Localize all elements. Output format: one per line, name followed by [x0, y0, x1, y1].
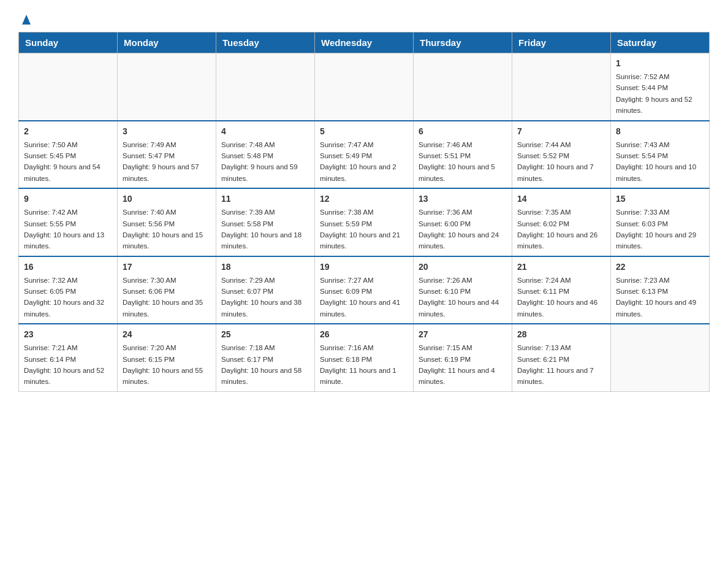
calendar-cell: 27Sunrise: 7:15 AMSunset: 6:19 PMDayligh…	[414, 324, 512, 391]
day-number: 16	[24, 261, 112, 274]
day-number: 17	[123, 261, 211, 274]
calendar-cell: 26Sunrise: 7:16 AMSunset: 6:18 PMDayligh…	[315, 324, 414, 391]
day-number: 1	[616, 57, 704, 70]
calendar-cell: 10Sunrise: 7:40 AMSunset: 5:56 PMDayligh…	[118, 188, 216, 256]
day-info: Sunrise: 7:50 AMSunset: 5:45 PMDaylight:…	[24, 139, 112, 185]
day-number: 3	[123, 125, 211, 138]
day-number: 22	[616, 261, 704, 274]
day-number: 19	[320, 261, 408, 274]
calendar-week-row: 2Sunrise: 7:50 AMSunset: 5:45 PMDaylight…	[19, 121, 710, 189]
day-number: 26	[320, 328, 408, 341]
day-number: 12	[320, 193, 408, 205]
day-number: 24	[123, 328, 211, 341]
day-info: Sunrise: 7:29 AMSunset: 6:07 PMDaylight:…	[221, 275, 309, 320]
day-info: Sunrise: 7:39 AMSunset: 5:58 PMDaylight:…	[221, 207, 309, 252]
day-number: 10	[123, 193, 211, 205]
day-info: Sunrise: 7:23 AMSunset: 6:13 PMDaylight:…	[616, 275, 704, 320]
calendar-table: Sunday Monday Tuesday Wednesday Thursday…	[18, 32, 710, 392]
logo	[18, 12, 33, 26]
header-tuesday: Tuesday	[216, 33, 315, 53]
day-info: Sunrise: 7:18 AMSunset: 6:17 PMDaylight:…	[221, 342, 309, 388]
day-info: Sunrise: 7:38 AMSunset: 5:59 PMDaylight:…	[320, 207, 408, 252]
day-number: 4	[221, 125, 309, 138]
calendar-cell: 6Sunrise: 7:46 AMSunset: 5:51 PMDaylight…	[414, 121, 512, 189]
day-number: 8	[616, 125, 704, 138]
calendar-cell	[414, 53, 512, 121]
calendar-cell: 12Sunrise: 7:38 AMSunset: 5:59 PMDayligh…	[315, 188, 414, 256]
day-info: Sunrise: 7:52 AMSunset: 5:44 PMDaylight:…	[616, 71, 704, 117]
header-thursday: Thursday	[414, 33, 512, 53]
day-number: 7	[517, 125, 605, 138]
logo-triangle-icon	[20, 12, 33, 26]
calendar-cell: 8Sunrise: 7:43 AMSunset: 5:54 PMDaylight…	[611, 121, 710, 189]
calendar-cell	[315, 53, 414, 121]
day-info: Sunrise: 7:44 AMSunset: 5:52 PMDaylight:…	[517, 139, 605, 185]
day-number: 25	[221, 328, 309, 341]
day-info: Sunrise: 7:35 AMSunset: 6:02 PMDaylight:…	[517, 207, 605, 252]
day-info: Sunrise: 7:30 AMSunset: 6:06 PMDaylight:…	[123, 275, 211, 320]
day-number: 5	[320, 125, 408, 138]
day-info: Sunrise: 7:20 AMSunset: 6:15 PMDaylight:…	[123, 342, 211, 388]
day-info: Sunrise: 7:43 AMSunset: 5:54 PMDaylight:…	[616, 139, 704, 185]
calendar-cell: 14Sunrise: 7:35 AMSunset: 6:02 PMDayligh…	[512, 188, 611, 256]
day-number: 9	[24, 193, 112, 205]
day-info: Sunrise: 7:47 AMSunset: 5:49 PMDaylight:…	[320, 139, 408, 185]
header-wednesday: Wednesday	[315, 33, 414, 53]
calendar-cell: 16Sunrise: 7:32 AMSunset: 6:05 PMDayligh…	[19, 256, 118, 324]
day-info: Sunrise: 7:40 AMSunset: 5:56 PMDaylight:…	[123, 207, 211, 252]
day-info: Sunrise: 7:49 AMSunset: 5:47 PMDaylight:…	[123, 139, 211, 185]
day-number: 14	[517, 193, 605, 205]
page-header	[18, 12, 710, 26]
day-number: 20	[419, 261, 507, 274]
day-number: 21	[517, 261, 605, 274]
day-number: 27	[419, 328, 507, 341]
calendar-cell: 24Sunrise: 7:20 AMSunset: 6:15 PMDayligh…	[118, 324, 216, 391]
day-info: Sunrise: 7:13 AMSunset: 6:21 PMDaylight:…	[517, 342, 605, 388]
calendar-cell: 1Sunrise: 7:52 AMSunset: 5:44 PMDaylight…	[611, 53, 710, 121]
day-info: Sunrise: 7:27 AMSunset: 6:09 PMDaylight:…	[320, 275, 408, 320]
calendar-cell: 17Sunrise: 7:30 AMSunset: 6:06 PMDayligh…	[118, 256, 216, 324]
calendar-cell: 2Sunrise: 7:50 AMSunset: 5:45 PMDaylight…	[19, 121, 118, 189]
day-number: 23	[24, 328, 112, 341]
day-info: Sunrise: 7:21 AMSunset: 6:14 PMDaylight:…	[24, 342, 112, 388]
svg-marker-0	[22, 15, 31, 25]
day-info: Sunrise: 7:32 AMSunset: 6:05 PMDaylight:…	[24, 275, 112, 320]
day-number: 13	[419, 193, 507, 205]
header-friday: Friday	[512, 33, 611, 53]
day-number: 18	[221, 261, 309, 274]
calendar-cell	[19, 53, 118, 121]
calendar-cell: 11Sunrise: 7:39 AMSunset: 5:58 PMDayligh…	[216, 188, 315, 256]
day-info: Sunrise: 7:42 AMSunset: 5:55 PMDaylight:…	[24, 207, 112, 252]
day-info: Sunrise: 7:15 AMSunset: 6:19 PMDaylight:…	[419, 342, 507, 388]
calendar-cell: 21Sunrise: 7:24 AMSunset: 6:11 PMDayligh…	[512, 256, 611, 324]
day-info: Sunrise: 7:46 AMSunset: 5:51 PMDaylight:…	[419, 139, 507, 185]
day-number: 28	[517, 328, 605, 341]
day-number: 6	[419, 125, 507, 138]
calendar-cell: 19Sunrise: 7:27 AMSunset: 6:09 PMDayligh…	[315, 256, 414, 324]
day-number: 15	[616, 193, 704, 205]
calendar-cell: 15Sunrise: 7:33 AMSunset: 6:03 PMDayligh…	[611, 188, 710, 256]
day-info: Sunrise: 7:26 AMSunset: 6:10 PMDaylight:…	[419, 275, 507, 320]
calendar-cell: 3Sunrise: 7:49 AMSunset: 5:47 PMDaylight…	[118, 121, 216, 189]
header-saturday: Saturday	[611, 33, 710, 53]
calendar-cell	[512, 53, 611, 121]
day-info: Sunrise: 7:33 AMSunset: 6:03 PMDaylight:…	[616, 207, 704, 252]
calendar-cell: 20Sunrise: 7:26 AMSunset: 6:10 PMDayligh…	[414, 256, 512, 324]
day-info: Sunrise: 7:48 AMSunset: 5:48 PMDaylight:…	[221, 139, 309, 185]
calendar-week-row: 16Sunrise: 7:32 AMSunset: 6:05 PMDayligh…	[19, 256, 710, 324]
calendar-cell: 9Sunrise: 7:42 AMSunset: 5:55 PMDaylight…	[19, 188, 118, 256]
day-info: Sunrise: 7:36 AMSunset: 6:00 PMDaylight:…	[419, 207, 507, 252]
calendar-cell: 4Sunrise: 7:48 AMSunset: 5:48 PMDaylight…	[216, 121, 315, 189]
calendar-cell: 25Sunrise: 7:18 AMSunset: 6:17 PMDayligh…	[216, 324, 315, 391]
calendar-cell: 7Sunrise: 7:44 AMSunset: 5:52 PMDaylight…	[512, 121, 611, 189]
calendar-week-row: 1Sunrise: 7:52 AMSunset: 5:44 PMDaylight…	[19, 53, 710, 121]
calendar-cell: 23Sunrise: 7:21 AMSunset: 6:14 PMDayligh…	[19, 324, 118, 391]
calendar-week-row: 23Sunrise: 7:21 AMSunset: 6:14 PMDayligh…	[19, 324, 710, 391]
calendar-cell	[118, 53, 216, 121]
day-number: 2	[24, 125, 112, 138]
calendar-cell: 5Sunrise: 7:47 AMSunset: 5:49 PMDaylight…	[315, 121, 414, 189]
header-sunday: Sunday	[19, 33, 118, 53]
calendar-cell	[611, 324, 710, 391]
calendar-cell: 28Sunrise: 7:13 AMSunset: 6:21 PMDayligh…	[512, 324, 611, 391]
calendar-week-row: 9Sunrise: 7:42 AMSunset: 5:55 PMDaylight…	[19, 188, 710, 256]
